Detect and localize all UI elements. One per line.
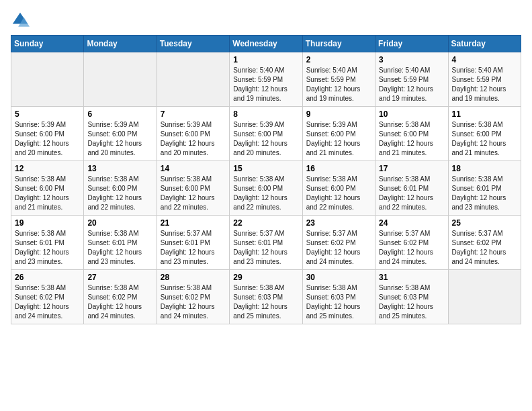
day-info: Sunrise: 5:38 AM Sunset: 6:02 PM Dayligh… [15,283,80,321]
calendar-cell: 25Sunrise: 5:37 AM Sunset: 6:02 PM Dayli… [448,216,521,270]
weekday-header: Thursday [302,36,375,52]
calendar-cell: 3Sunrise: 5:40 AM Sunset: 5:59 PM Daylig… [375,52,448,107]
logo [11,11,32,30]
calendar: SundayMondayTuesdayWednesdayThursdayFrid… [11,35,521,324]
calendar-cell: 30Sunrise: 5:38 AM Sunset: 6:03 PM Dayli… [302,270,375,324]
calendar-cell: 19Sunrise: 5:38 AM Sunset: 6:01 PM Dayli… [11,216,84,270]
calendar-cell: 24Sunrise: 5:37 AM Sunset: 6:02 PM Dayli… [375,216,448,270]
day-info: Sunrise: 5:39 AM Sunset: 6:00 PM Dayligh… [306,120,371,158]
calendar-header: SundayMondayTuesdayWednesdayThursdayFrid… [11,36,521,52]
calendar-cell: 22Sunrise: 5:37 AM Sunset: 6:01 PM Dayli… [230,216,302,270]
day-number: 20 [87,218,152,228]
day-info: Sunrise: 5:38 AM Sunset: 6:01 PM Dayligh… [379,175,444,212]
day-number: 18 [452,164,517,173]
day-info: Sunrise: 5:38 AM Sunset: 6:01 PM Dayligh… [452,175,517,212]
day-info: Sunrise: 5:38 AM Sunset: 6:01 PM Dayligh… [15,229,80,267]
day-number: 11 [452,109,517,119]
day-info: Sunrise: 5:37 AM Sunset: 6:02 PM Dayligh… [379,229,444,267]
day-info: Sunrise: 5:38 AM Sunset: 6:02 PM Dayligh… [87,283,152,321]
day-number: 28 [161,273,226,282]
day-info: Sunrise: 5:39 AM Sunset: 6:00 PM Dayligh… [161,120,226,158]
day-number: 9 [306,109,371,119]
calendar-cell: 6Sunrise: 5:39 AM Sunset: 6:00 PM Daylig… [84,107,157,161]
calendar-week-row: 5Sunrise: 5:39 AM Sunset: 6:00 PM Daylig… [11,107,521,161]
calendar-cell: 28Sunrise: 5:38 AM Sunset: 6:02 PM Dayli… [157,270,229,324]
day-info: Sunrise: 5:38 AM Sunset: 6:00 PM Dayligh… [87,175,152,212]
weekday-header: Friday [375,36,448,52]
calendar-cell: 11Sunrise: 5:38 AM Sunset: 6:00 PM Dayli… [448,107,521,161]
day-number: 30 [306,273,371,282]
day-info: Sunrise: 5:38 AM Sunset: 6:03 PM Dayligh… [233,283,298,321]
day-info: Sunrise: 5:37 AM Sunset: 6:02 PM Dayligh… [306,229,371,267]
calendar-cell: 1Sunrise: 5:40 AM Sunset: 5:59 PM Daylig… [230,52,302,107]
calendar-cell: 12Sunrise: 5:38 AM Sunset: 6:00 PM Dayli… [11,161,84,216]
day-info: Sunrise: 5:39 AM Sunset: 6:00 PM Dayligh… [15,120,80,158]
calendar-cell: 18Sunrise: 5:38 AM Sunset: 6:01 PM Dayli… [448,161,521,216]
day-number: 24 [379,218,444,228]
day-number: 15 [233,164,298,173]
weekday-header: Sunday [11,36,84,52]
calendar-cell: 27Sunrise: 5:38 AM Sunset: 6:02 PM Dayli… [84,270,157,324]
day-number: 17 [379,164,444,173]
day-number: 19 [15,218,80,228]
calendar-cell: 14Sunrise: 5:38 AM Sunset: 6:00 PM Dayli… [157,161,229,216]
calendar-cell: 16Sunrise: 5:38 AM Sunset: 6:00 PM Dayli… [302,161,375,216]
day-number: 8 [233,109,298,119]
calendar-cell: 13Sunrise: 5:38 AM Sunset: 6:00 PM Dayli… [84,161,157,216]
day-number: 5 [15,109,80,119]
day-number: 27 [87,273,152,282]
day-info: Sunrise: 5:37 AM Sunset: 6:02 PM Dayligh… [452,229,517,267]
calendar-cell: 9Sunrise: 5:39 AM Sunset: 6:00 PM Daylig… [302,107,375,161]
calendar-body: 1Sunrise: 5:40 AM Sunset: 5:59 PM Daylig… [11,52,521,324]
day-info: Sunrise: 5:38 AM Sunset: 6:03 PM Dayligh… [379,283,444,321]
day-info: Sunrise: 5:38 AM Sunset: 6:00 PM Dayligh… [379,120,444,158]
day-info: Sunrise: 5:38 AM Sunset: 6:00 PM Dayligh… [452,120,517,158]
calendar-cell: 20Sunrise: 5:38 AM Sunset: 6:01 PM Dayli… [84,216,157,270]
day-info: Sunrise: 5:37 AM Sunset: 6:01 PM Dayligh… [161,229,226,267]
day-number: 3 [379,55,444,64]
day-info: Sunrise: 5:39 AM Sunset: 6:00 PM Dayligh… [87,120,152,158]
day-number: 21 [161,218,226,228]
weekday-header: Tuesday [157,36,229,52]
calendar-cell: 26Sunrise: 5:38 AM Sunset: 6:02 PM Dayli… [11,270,84,324]
calendar-cell [84,52,157,107]
calendar-cell [11,52,84,107]
day-number: 2 [306,55,371,64]
calendar-cell: 23Sunrise: 5:37 AM Sunset: 6:02 PM Dayli… [302,216,375,270]
calendar-cell: 29Sunrise: 5:38 AM Sunset: 6:03 PM Dayli… [230,270,302,324]
day-info: Sunrise: 5:40 AM Sunset: 5:59 PM Dayligh… [306,66,371,103]
day-info: Sunrise: 5:38 AM Sunset: 6:00 PM Dayligh… [161,175,226,212]
day-number: 4 [452,55,517,64]
calendar-cell: 5Sunrise: 5:39 AM Sunset: 6:00 PM Daylig… [11,107,84,161]
weekday-header: Wednesday [230,36,302,52]
day-number: 29 [233,273,298,282]
day-info: Sunrise: 5:38 AM Sunset: 6:03 PM Dayligh… [306,283,371,321]
day-number: 13 [87,164,152,173]
day-number: 12 [15,164,80,173]
day-info: Sunrise: 5:39 AM Sunset: 6:00 PM Dayligh… [233,120,298,158]
day-info: Sunrise: 5:40 AM Sunset: 5:59 PM Dayligh… [233,66,298,103]
day-number: 7 [161,109,226,119]
calendar-week-row: 1Sunrise: 5:40 AM Sunset: 5:59 PM Daylig… [11,52,521,107]
weekday-header: Saturday [448,36,521,52]
day-number: 16 [306,164,371,173]
calendar-cell [448,270,521,324]
day-info: Sunrise: 5:37 AM Sunset: 6:01 PM Dayligh… [233,229,298,267]
calendar-cell: 4Sunrise: 5:40 AM Sunset: 5:59 PM Daylig… [448,52,521,107]
day-info: Sunrise: 5:38 AM Sunset: 6:00 PM Dayligh… [233,175,298,212]
calendar-week-row: 26Sunrise: 5:38 AM Sunset: 6:02 PM Dayli… [11,270,521,324]
calendar-cell: 7Sunrise: 5:39 AM Sunset: 6:00 PM Daylig… [157,107,229,161]
calendar-cell: 8Sunrise: 5:39 AM Sunset: 6:00 PM Daylig… [230,107,302,161]
day-info: Sunrise: 5:38 AM Sunset: 6:00 PM Dayligh… [15,175,80,212]
day-number: 26 [15,273,80,282]
calendar-cell: 10Sunrise: 5:38 AM Sunset: 6:00 PM Dayli… [375,107,448,161]
calendar-cell: 21Sunrise: 5:37 AM Sunset: 6:01 PM Dayli… [157,216,229,270]
day-info: Sunrise: 5:38 AM Sunset: 6:00 PM Dayligh… [306,175,371,212]
day-info: Sunrise: 5:38 AM Sunset: 6:01 PM Dayligh… [87,229,152,267]
calendar-cell [157,52,229,107]
day-info: Sunrise: 5:40 AM Sunset: 5:59 PM Dayligh… [452,66,517,103]
day-number: 22 [233,218,298,228]
calendar-cell: 15Sunrise: 5:38 AM Sunset: 6:00 PM Dayli… [230,161,302,216]
page-header [11,11,521,30]
day-number: 1 [233,55,298,64]
